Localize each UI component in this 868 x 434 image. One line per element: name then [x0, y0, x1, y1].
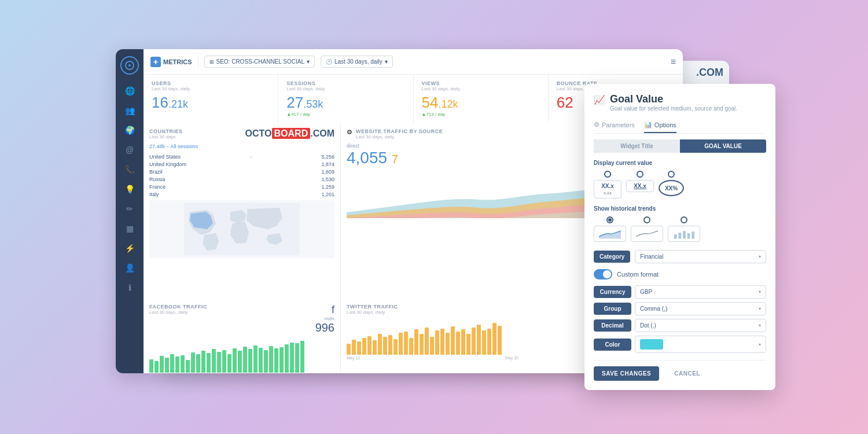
bar — [285, 344, 289, 373]
trend-options — [594, 216, 766, 242]
bar — [440, 329, 444, 355]
format-option-plain[interactable]: XX.xx.xx — [594, 171, 621, 198]
sidebar-icon-bulb[interactable]: 💡 — [122, 181, 138, 197]
users-sublabel: Last 30 days, daily — [152, 86, 270, 91]
date-selector[interactable]: 🕐 Last 30 days, daily ▾ — [321, 56, 393, 68]
facebook-visits-label: visits — [324, 316, 334, 321]
countries-title: COUNTRIES — [149, 128, 183, 134]
bar — [181, 355, 185, 373]
bar — [222, 350, 226, 373]
source-selector[interactable]: ⊞ SEO: CROSS-CHANNEL SOCIAL ▾ — [204, 56, 315, 68]
bar — [414, 329, 418, 355]
format-options: XX.xx.xx XX.x XX% — [594, 171, 766, 198]
bar — [446, 333, 450, 355]
bar — [347, 344, 351, 355]
sidebar-icon-table[interactable]: ▦ — [122, 220, 138, 237]
bar — [477, 325, 481, 355]
table-row: Brazil 1,609 — [149, 168, 334, 175]
group-row: Group Comma (,) ▾ — [594, 302, 766, 315]
panel-footer: SAVE CHANGES CANCEL — [594, 360, 766, 381]
views-delta: ▲713 / day — [422, 112, 540, 117]
country-val: 1,201 — [321, 192, 334, 197]
custom-format-label: Custom format — [617, 271, 659, 278]
sidebar-icon-phone[interactable]: 📞 — [122, 161, 138, 178]
bar — [498, 326, 502, 355]
bar — [227, 354, 231, 373]
svg-rect-6 — [687, 233, 690, 239]
table-row: France 1,259 — [149, 183, 334, 190]
source-label: SEO: CROSS-CHANNEL SOCIAL — [216, 58, 304, 65]
tab-parameters[interactable]: ⚙ Parameters — [594, 117, 635, 133]
sidebar-icon-lightning[interactable]: ⚡ — [122, 240, 138, 256]
users-value: 16.21k — [152, 94, 270, 112]
format-radio-plain — [604, 171, 611, 178]
sidebar-icon-users[interactable]: 👥 — [122, 102, 138, 119]
trend-line[interactable] — [631, 216, 663, 242]
decimal-chevron: ▾ — [759, 323, 761, 328]
table-row: United Kingdom 1,874 — [149, 160, 334, 168]
trend-radio-area — [606, 216, 613, 223]
topbar-right: ≡ — [671, 57, 676, 67]
bar — [279, 347, 284, 373]
views-label: VIEWS — [422, 80, 540, 86]
bar — [492, 323, 496, 355]
sidebar-icon-edit[interactable]: ✏ — [122, 201, 138, 217]
bg-brand-text: .COM — [696, 67, 723, 78]
decimal-row: Decimal Dot (.) ▾ — [594, 319, 766, 332]
decimal-select[interactable]: Dot (.) ▾ — [635, 319, 766, 332]
facebook-card: FACEBOOK TRAFFIC Last 30 days, daily f v… — [144, 298, 340, 373]
save-changes-button[interactable]: SAVE CHANGES — [594, 366, 659, 381]
bar — [430, 337, 434, 355]
wt-tab-widget-title[interactable]: Widget Title — [594, 139, 680, 153]
source-chevron: ▾ — [307, 58, 310, 65]
country-val: 1,609 — [321, 169, 334, 175]
sidebar-icon-at[interactable]: @ — [122, 142, 138, 158]
add-metrics-button[interactable]: + — [150, 57, 161, 67]
color-select[interactable]: ▾ — [635, 336, 766, 353]
custom-format-row: Custom format — [594, 269, 766, 279]
format-option-underline[interactable]: XX.x — [626, 171, 654, 198]
sidebar-icon-info[interactable]: ℹ — [122, 279, 138, 296]
wt-tab-goal-value[interactable]: GOAL VALUE — [680, 139, 766, 153]
goal-panel-header: 📈 Goal Value Goal value for selected med… — [594, 93, 766, 112]
sidebar-logo[interactable] — [120, 56, 139, 75]
hamburger-button[interactable]: ≡ — [671, 57, 676, 67]
traffic-secondary: 7 — [392, 153, 398, 166]
twitter-subtitle: Last 30 days, daily — [347, 310, 398, 315]
trend-area[interactable] — [594, 216, 626, 242]
country-val: 1,259 — [321, 184, 334, 190]
trend-bar[interactable] — [668, 216, 700, 242]
format-option-circle[interactable]: XX% — [659, 171, 684, 198]
date-chevron: ▾ — [385, 58, 388, 65]
tab-options[interactable]: 📊 Options — [644, 117, 676, 133]
bar — [466, 334, 470, 355]
stat-views: VIEWS Last 30 days, daily 54.12k ▲713 / … — [414, 75, 548, 123]
svg-rect-4 — [679, 233, 682, 238]
views-value: 54.12k — [422, 94, 540, 112]
format-box-plain: XX.xx.xx — [594, 180, 621, 198]
bar — [160, 356, 164, 373]
category-button[interactable]: Category — [594, 251, 630, 263]
custom-format-toggle[interactable] — [594, 269, 612, 279]
group-select[interactable]: Comma (,) ▾ — [635, 302, 766, 315]
facebook-header: FACEBOOK TRAFFIC Last 30 days, daily f v… — [149, 304, 334, 334]
sidebar-icon-globe[interactable]: 🌐 — [122, 83, 138, 99]
format-radio-circle — [668, 171, 675, 178]
sidebar-icon-location[interactable]: 🌍 — [122, 122, 138, 138]
traffic-value: 4,055 — [347, 149, 387, 167]
bar — [238, 351, 242, 373]
sidebar-icon-person[interactable]: 👤 — [122, 260, 138, 276]
twitter-title: TWITTER TRAFFIC — [347, 304, 398, 310]
minus-icon: – — [250, 154, 252, 160]
country-name: Brazil — [149, 169, 163, 175]
bar — [373, 340, 377, 355]
currency-select[interactable]: GBP ▾ — [635, 285, 766, 299]
users-value-dec: .21k — [168, 98, 188, 110]
cancel-button[interactable]: CANCEL — [666, 366, 708, 381]
category-select[interactable]: Financial ▾ — [635, 250, 766, 263]
bar — [409, 338, 413, 355]
currency-label: Currency — [594, 286, 631, 298]
bar — [243, 347, 247, 373]
parameters-icon: ⚙ — [594, 121, 599, 128]
bar — [378, 334, 382, 355]
